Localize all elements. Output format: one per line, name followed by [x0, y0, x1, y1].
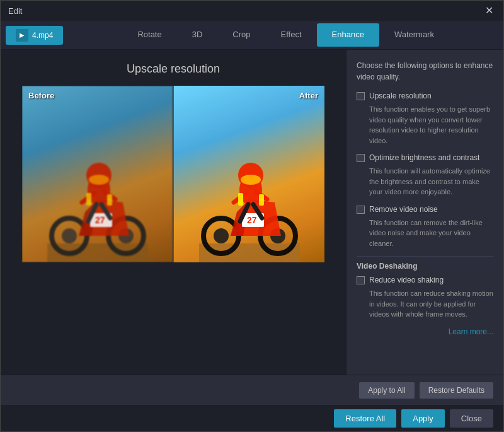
- tab-rotate[interactable]: Rotate: [122, 23, 176, 47]
- brightness-label[interactable]: Optimize brightness and contrast: [369, 153, 479, 162]
- svg-text:27: 27: [95, 215, 105, 225]
- svg-point-33: [241, 175, 261, 185]
- bottom-bar: Apply to All Restore Defaults: [1, 375, 503, 405]
- deshake-desc: This function can reduce shaking motion …: [369, 288, 493, 320]
- before-image: 27: [22, 86, 173, 262]
- file-tab[interactable]: ▶ 4.mp4: [6, 26, 63, 45]
- restore-all-button[interactable]: Restore All: [334, 409, 396, 428]
- svg-rect-16: [86, 193, 91, 206]
- upscale-desc: This function enables you to get superb …: [369, 104, 493, 146]
- before-rider-svg: 27: [47, 124, 148, 262]
- right-panel: Choose the following options to enhance …: [346, 50, 503, 375]
- before-after-container: Before: [22, 86, 324, 262]
- noise-checkbox[interactable]: [357, 206, 365, 214]
- tab-effect[interactable]: Effect: [266, 23, 317, 47]
- file-tab-label: 4.mp4: [32, 31, 53, 40]
- noise-label[interactable]: Remove video noise: [369, 205, 438, 214]
- edit-window: Edit ✕ ▶ 4.mp4 Rotate 3D Crop Effect Enh…: [0, 0, 504, 432]
- deshake-checkbox[interactable]: [357, 276, 365, 284]
- upscale-label[interactable]: Upscale resolution: [369, 91, 432, 100]
- apply-to-all-button[interactable]: Apply to All: [359, 382, 414, 399]
- bottom-buttons-area: Apply to All Restore Defaults: [336, 382, 493, 399]
- tab-enhance[interactable]: Enhance: [317, 23, 379, 47]
- window-close-button[interactable]: ✕: [483, 4, 496, 17]
- after-rider-svg: 27: [199, 124, 300, 262]
- footer-bar: Restore All Apply Close: [1, 405, 503, 431]
- after-image: 27: [174, 86, 324, 262]
- brightness-checkbox[interactable]: [357, 154, 365, 162]
- deshake-label[interactable]: Reduce video shaking: [369, 276, 444, 284]
- svg-rect-34: [238, 193, 243, 206]
- brightness-option-row: Optimize brightness and contrast: [357, 153, 493, 162]
- svg-rect-17: [107, 194, 112, 206]
- deshake-option-row: Reduce video shaking: [357, 276, 493, 284]
- preview-title: Upscale resolution: [127, 62, 220, 76]
- tab-crop[interactable]: Crop: [217, 23, 265, 47]
- after-panel: After: [174, 86, 324, 262]
- title-bar: Edit ✕: [1, 1, 503, 21]
- svg-point-15: [89, 175, 109, 185]
- svg-text:27: 27: [247, 215, 257, 225]
- panel-intro: Choose the following options to enhance …: [357, 60, 493, 83]
- brightness-desc: This function will automatically optimiz…: [369, 166, 493, 197]
- close-button[interactable]: Close: [450, 409, 493, 428]
- tab-3d[interactable]: 3D: [177, 23, 218, 47]
- deshaking-section-title: Video Deshaking: [357, 262, 493, 271]
- tab-watermark[interactable]: Watermark: [379, 23, 449, 47]
- preview-area: Upscale resolution Before: [1, 50, 346, 375]
- learn-more-link[interactable]: Learn more...: [357, 327, 493, 336]
- svg-point-2: [62, 228, 77, 243]
- svg-point-20: [214, 228, 229, 243]
- before-panel: Before: [22, 86, 174, 262]
- nav-tabs-container: Rotate 3D Crop Effect Enhance Watermark: [73, 23, 498, 47]
- noise-desc: This function can remove the dirt-like v…: [369, 218, 493, 249]
- noise-option-row: Remove video noise: [357, 205, 493, 214]
- apply-button[interactable]: Apply: [401, 409, 445, 428]
- upscale-option-row: Upscale resolution: [357, 91, 493, 100]
- upscale-checkbox[interactable]: [357, 92, 365, 100]
- after-label: After: [299, 91, 318, 100]
- tabs-bar: ▶ 4.mp4 Rotate 3D Crop Effect Enhance Wa…: [1, 21, 503, 50]
- main-content: Upscale resolution Before: [1, 50, 503, 375]
- window-title: Edit: [8, 6, 22, 16]
- before-label: Before: [28, 91, 54, 100]
- divider: [357, 256, 493, 257]
- file-icon: ▶: [16, 29, 28, 42]
- restore-defaults-button[interactable]: Restore Defaults: [420, 382, 493, 399]
- svg-rect-35: [259, 194, 264, 206]
